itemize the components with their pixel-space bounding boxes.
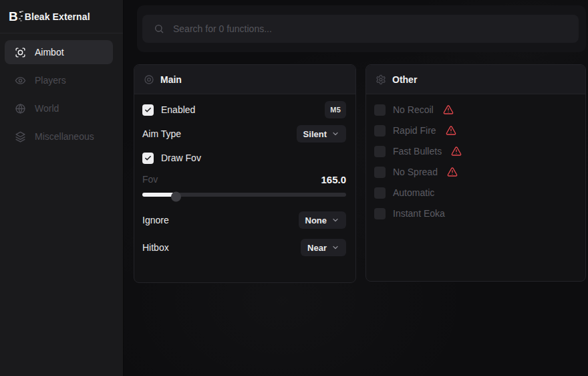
rapid-fire-label: Rapid Fire [393,125,436,136]
app-title: Bleak External [25,11,90,22]
search-box[interactable] [142,15,579,43]
aim-type-label: Aim Type [142,128,181,139]
no-recoil-checkbox[interactable] [374,104,386,116]
ignore-dropdown[interactable]: None [299,211,347,229]
chevron-down-icon [331,216,339,224]
aim-type-dropdown[interactable]: Silent [297,125,346,143]
sidebar-item-miscellaneous[interactable]: Miscellaneous [5,124,113,149]
app-logo-icon: B [9,10,17,23]
hitbox-dropdown[interactable]: Near [301,239,346,256]
gear-icon [376,74,386,85]
sidebar-item-aimbot[interactable]: Aimbot [5,40,113,64]
check-icon [144,106,152,114]
hitbox-label: Hitbox [142,242,169,253]
sidebar-item-label: Players [35,75,66,86]
chevron-down-icon [331,244,339,252]
crosshair-scan-icon [15,47,26,58]
search-icon [154,23,164,34]
aim-type-row: Aim Type Silent [142,124,346,143]
sidebar-header: B Bleak External [0,0,123,33]
hitbox-row: Hitbox Near [142,238,346,257]
warning-triangle-icon [447,167,458,177]
chevron-down-icon [331,130,339,138]
fov-slider-fill [142,193,176,197]
automatic-label: Automatic [393,187,434,198]
automatic-checkbox[interactable] [374,187,386,199]
aim-type-value: Silent [303,129,327,139]
sidebar-item-players[interactable]: Players [5,68,113,92]
panel-other-body: No Recoil Rapid Fire Fast Bullets No Spr… [366,94,585,223]
fov-value: 165.0 [321,174,346,185]
fov-slider[interactable] [142,190,346,200]
warning-triangle-icon [446,125,456,136]
search-container [137,5,586,52]
enabled-row: Enabled M5 [142,100,346,119]
sidebar-item-label: Aimbot [35,47,64,58]
search-input[interactable] [173,23,567,34]
no-spread-checkbox[interactable] [374,167,386,178]
layers-icon [15,131,26,143]
fov-label: Fov [142,174,158,185]
ignore-value: None [305,215,327,225]
sidebar-item-label: Miscellaneous [35,131,94,142]
draw-fov-row: Draw Fov [142,149,346,167]
enabled-keybind-badge[interactable]: M5 [325,101,346,118]
sidebar-item-world[interactable]: World [5,96,113,120]
eye-icon [15,75,26,86]
fast-bullets-checkbox[interactable] [374,146,386,157]
draw-fov-checkbox[interactable] [142,153,154,164]
instant-eoka-row: Instant Eoka [374,204,576,223]
panel-main: Main Enabled M5 Aim Type Silent [134,64,356,283]
ignore-label: Ignore [142,215,169,225]
panel-main-header: Main [134,65,355,94]
fast-bullets-label: Fast Bullets [393,146,442,157]
fov-row: Fov 165.0 [142,173,346,186]
rapid-fire-checkbox[interactable] [374,125,386,136]
automatic-row: Automatic [374,183,576,202]
check-icon [144,155,152,162]
no-spread-label: No Spread [393,167,438,177]
enabled-checkbox[interactable] [142,104,154,116]
target-icon [144,74,154,85]
draw-fov-label: Draw Fov [161,153,201,163]
sidebar: B Bleak External Aimbot Players World M [0,0,124,376]
ignore-row: Ignore None [142,211,346,229]
warning-triangle-icon [443,104,454,115]
instant-eoka-checkbox[interactable] [374,208,386,219]
panel-other: Other No Recoil Rapid Fire Fast Bullets [365,64,586,282]
no-recoil-label: No Recoil [393,104,434,115]
enabled-label: Enabled [161,104,195,115]
fast-bullets-row: Fast Bullets [374,142,576,161]
sidebar-nav: Aimbot Players World Miscellaneous [0,33,123,159]
instant-eoka-label: Instant Eoka [393,208,445,219]
globe-icon [15,103,26,114]
sidebar-item-label: World [35,103,59,114]
no-spread-row: No Spread [374,163,576,181]
panel-other-header: Other [366,65,585,94]
rapid-fire-row: Rapid Fire [374,121,576,140]
panel-main-body: Enabled M5 Aim Type Silent Draw Fov Fov [134,94,355,257]
no-recoil-row: No Recoil [374,100,576,119]
panel-title: Main [160,74,182,85]
panel-title: Other [392,74,417,85]
fov-slider-thumb[interactable] [171,192,181,202]
hitbox-value: Near [307,243,327,253]
warning-triangle-icon [451,146,462,157]
